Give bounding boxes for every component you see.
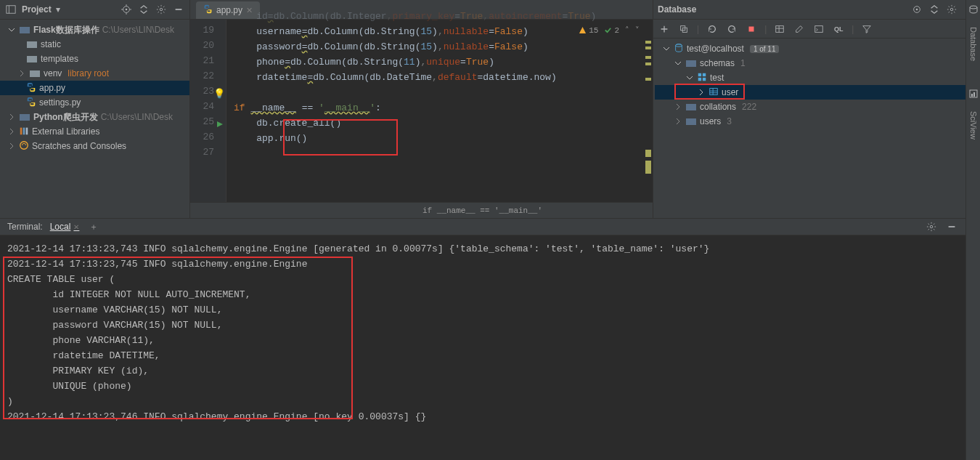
add-datasource-icon[interactable] [658, 23, 671, 36]
project-root[interactable]: Flask数据库操作 C:\Users\LIN\Desk [0, 23, 189, 37]
query-label-icon[interactable]: QL [832, 23, 845, 36]
hide-panel-icon[interactable] [945, 220, 958, 233]
edit-icon[interactable] [793, 23, 806, 36]
chevron-down-icon [662, 45, 671, 52]
chevron-right-icon [7, 113, 16, 121]
svg-rect-16 [23, 127, 25, 134]
datasource-label: test@localhost [687, 44, 744, 54]
svg-rect-11 [27, 41, 37, 48]
sciview-rail-label[interactable]: SciView [969, 111, 978, 140]
folder-icon [685, 57, 697, 69]
chevron-down-icon [685, 74, 694, 81]
db-title: Database [658, 4, 696, 15]
scroll-up-icon[interactable]: ˄ [625, 25, 629, 35]
gear-icon[interactable] [945, 3, 958, 16]
svg-point-21 [950, 8, 953, 11]
svg-rect-17 [26, 127, 28, 134]
tree-external[interactable]: External Libraries [0, 124, 189, 139]
db-datasource[interactable]: test@localhost 1 of 11 [655, 41, 980, 56]
datasource-badge: 1 of 11 [750, 45, 780, 53]
schemas-count: 1 [740, 58, 746, 68]
tree-folder-static[interactable]: static [0, 37, 189, 52]
svg-rect-14 [20, 114, 30, 121]
file-label: app.py [39, 83, 65, 93]
hide-panel-icon[interactable] [172, 3, 185, 16]
svg-rect-12 [27, 56, 37, 62]
revert-icon[interactable] [725, 23, 738, 36]
terminal-line: password VARCHAR(15) NOT NULL, [7, 318, 958, 333]
svg-point-46 [930, 225, 933, 228]
terminal-body[interactable]: 2021-12-14 17:13:23,743 INFO sqlalchemy.… [0, 235, 965, 460]
db-collations[interactable]: collations 222 [655, 100, 980, 114]
svg-point-8 [160, 8, 163, 11]
svg-rect-10 [20, 27, 30, 33]
terminal-tab-local[interactable]: Local ✕ [50, 221, 80, 233]
tree-scratches[interactable]: Scratches and Consoles [0, 139, 189, 153]
svg-rect-45 [973, 92, 975, 97]
close-icon[interactable]: ✕ [73, 223, 79, 231]
gear-icon[interactable] [155, 3, 168, 16]
python-file-icon [26, 97, 36, 109]
db-users[interactable]: users 3 [655, 114, 980, 129]
terminal-tab-add[interactable]: ＋ [89, 221, 98, 233]
folder-icon [26, 53, 38, 65]
tree-folder-venv[interactable]: venv library root [0, 66, 189, 81]
terminal-line: rdatetime DATETIME, [7, 348, 958, 363]
filter-icon[interactable] [860, 23, 873, 36]
file-label: settings.py [39, 97, 81, 108]
table-editor-icon[interactable] [773, 23, 786, 36]
locate-icon[interactable] [910, 3, 923, 16]
db-schema-test[interactable]: test [655, 70, 980, 85]
refresh-icon[interactable] [706, 23, 719, 36]
scratches-icon [19, 140, 29, 153]
editor-breadcrumb[interactable]: if __name__ == '__main__' [190, 202, 653, 218]
terminal-panel: Terminal: Local ✕ ＋ 2021-12-14 17:13:23,… [0, 218, 965, 460]
gear-icon[interactable] [925, 220, 938, 233]
scroll-down-icon[interactable]: ˅ [635, 25, 640, 35]
duplicate-icon[interactable] [677, 23, 690, 36]
terminal-line: 2021-12-14 17:13:23,746 INFO sqlalchemy.… [7, 409, 958, 424]
tree-file-settings[interactable]: settings.py [0, 95, 189, 110]
svg-point-42 [970, 6, 977, 9]
intention-bulb-icon[interactable]: 💡 [213, 86, 225, 102]
editor-area: app.py ✕ 19 20 21 22 23 24 25 26 27 id=d… [190, 0, 653, 218]
svg-point-30 [676, 44, 682, 47]
users-count: 3 [727, 116, 732, 126]
editor-code[interactable]: id=db.Column(db.Integer,primary_key=True… [226, 20, 653, 202]
stop-icon[interactable] [745, 23, 758, 36]
database-rail-label[interactable]: Database [969, 27, 978, 61]
python-file-icon [26, 82, 36, 94]
chevron-right-icon [697, 89, 706, 96]
tree-folder-templates[interactable]: templates [0, 52, 189, 66]
chevron-down-icon [674, 60, 682, 67]
users-label: users [700, 116, 721, 126]
editor-marker-bar[interactable] [644, 23, 651, 186]
chevron-right-icon [7, 142, 16, 150]
editor-body[interactable]: 19 20 21 22 23 24 25 26 27 id=db.Column(… [190, 20, 653, 202]
db-schemas[interactable]: schemas 1 [655, 56, 980, 70]
svg-point-3 [126, 9, 128, 11]
project-path: C:\Users\LIN\Desk [101, 112, 173, 122]
tree-second-project[interactable]: Python爬虫开发 C:\Users\LIN\Desk [0, 110, 189, 124]
db-rail-icon[interactable] [968, 4, 979, 17]
svg-rect-9 [176, 9, 182, 10]
svg-rect-26 [776, 25, 784, 32]
svg-rect-40 [686, 104, 696, 110]
console-icon[interactable] [812, 23, 825, 36]
table-icon [709, 86, 719, 99]
datasource-icon [674, 43, 684, 55]
project-title[interactable]: Project [22, 4, 52, 15]
table-label: user [722, 87, 738, 97]
dropdown-icon[interactable]: ▾ [56, 4, 60, 15]
db-table-user[interactable]: user [655, 85, 980, 100]
expand-icon[interactable] [137, 3, 150, 16]
svg-rect-32 [698, 73, 701, 76]
editor-inspection-info[interactable]: 15 2 ˄ ˅ [579, 25, 640, 35]
expand-icon[interactable] [928, 3, 941, 16]
locate-icon[interactable] [120, 3, 133, 16]
project-view-icon[interactable] [4, 3, 17, 16]
sciview-rail-icon[interactable] [968, 89, 979, 101]
tree-file-app[interactable]: app.py [0, 81, 189, 95]
svg-rect-31 [686, 60, 696, 67]
folder-label: static [41, 39, 61, 49]
